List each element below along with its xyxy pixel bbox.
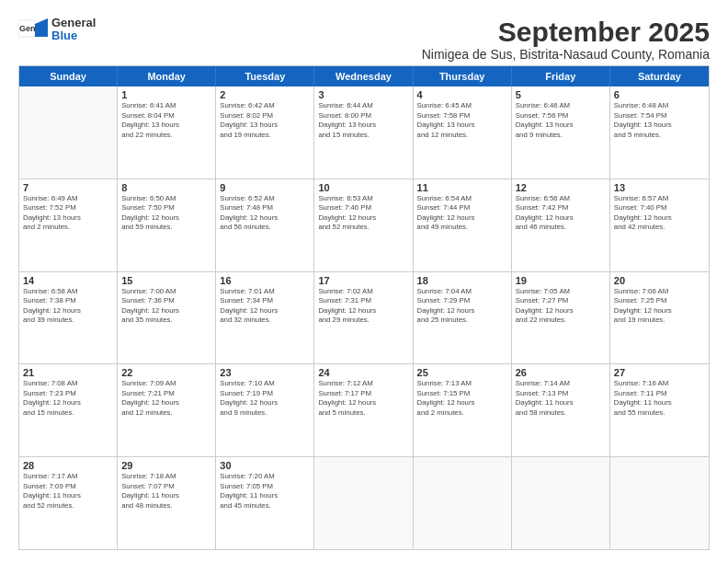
calendar-cell: 13Sunrise: 6:57 AM Sunset: 7:40 PM Dayli… <box>610 179 709 271</box>
calendar-cell: 26Sunrise: 7:14 AM Sunset: 7:13 PM Dayli… <box>512 364 610 456</box>
day-number: 9 <box>220 182 310 193</box>
header-day-thursday: Thursday <box>414 66 512 86</box>
cell-info: Sunrise: 7:00 AM Sunset: 7:36 PM Dayligh… <box>121 287 211 326</box>
day-number: 14 <box>23 275 113 286</box>
cell-info: Sunrise: 6:45 AM Sunset: 7:58 PM Dayligh… <box>417 101 507 140</box>
calendar-week-5: 28Sunrise: 7:17 AM Sunset: 7:09 PM Dayli… <box>19 457 709 550</box>
calendar-cell <box>314 457 413 549</box>
calendar-cell: 5Sunrise: 6:46 AM Sunset: 7:56 PM Daylig… <box>512 86 610 178</box>
cell-info: Sunrise: 7:12 AM Sunset: 7:17 PM Dayligh… <box>318 379 408 418</box>
header-day-monday: Monday <box>118 66 216 86</box>
day-number: 1 <box>121 89 211 100</box>
day-number: 27 <box>614 367 705 378</box>
day-number: 2 <box>220 89 310 100</box>
calendar-cell: 9Sunrise: 6:52 AM Sunset: 7:48 PM Daylig… <box>216 179 314 271</box>
day-number: 13 <box>614 182 705 193</box>
cell-info: Sunrise: 7:16 AM Sunset: 7:11 PM Dayligh… <box>614 379 705 418</box>
cell-info: Sunrise: 7:18 AM Sunset: 7:07 PM Dayligh… <box>121 472 211 511</box>
calendar-cell: 18Sunrise: 7:04 AM Sunset: 7:29 PM Dayli… <box>414 272 512 364</box>
day-number: 20 <box>614 275 705 286</box>
calendar-cell: 17Sunrise: 7:02 AM Sunset: 7:31 PM Dayli… <box>314 272 413 364</box>
calendar-cell: 1Sunrise: 6:41 AM Sunset: 8:04 PM Daylig… <box>118 86 216 178</box>
logo-icon: General <box>18 17 48 42</box>
day-number: 23 <box>220 367 310 378</box>
calendar-cell: 20Sunrise: 7:06 AM Sunset: 7:25 PM Dayli… <box>610 272 709 364</box>
cell-info: Sunrise: 6:58 AM Sunset: 7:38 PM Dayligh… <box>23 287 113 326</box>
calendar-cell: 7Sunrise: 6:49 AM Sunset: 7:52 PM Daylig… <box>19 179 118 271</box>
day-number: 18 <box>417 275 507 286</box>
day-number: 16 <box>220 275 310 286</box>
cell-info: Sunrise: 6:56 AM Sunset: 7:42 PM Dayligh… <box>516 194 606 233</box>
calendar-cell: 12Sunrise: 6:56 AM Sunset: 7:42 PM Dayli… <box>512 179 610 271</box>
calendar-week-4: 21Sunrise: 7:08 AM Sunset: 7:23 PM Dayli… <box>19 364 709 457</box>
cell-info: Sunrise: 6:46 AM Sunset: 7:56 PM Dayligh… <box>516 101 606 140</box>
cell-info: Sunrise: 6:50 AM Sunset: 7:50 PM Dayligh… <box>121 194 211 233</box>
day-number: 7 <box>23 182 113 193</box>
cell-info: Sunrise: 7:17 AM Sunset: 7:09 PM Dayligh… <box>23 472 113 511</box>
cell-info: Sunrise: 7:13 AM Sunset: 7:15 PM Dayligh… <box>417 379 507 418</box>
cell-info: Sunrise: 6:52 AM Sunset: 7:48 PM Dayligh… <box>220 194 310 233</box>
calendar-header: SundayMondayTuesdayWednesdayThursdayFrid… <box>19 66 709 86</box>
cell-info: Sunrise: 6:49 AM Sunset: 7:52 PM Dayligh… <box>23 194 113 233</box>
header-day-friday: Friday <box>512 66 610 86</box>
calendar-cell: 8Sunrise: 6:50 AM Sunset: 7:50 PM Daylig… <box>118 179 216 271</box>
calendar-cell: 24Sunrise: 7:12 AM Sunset: 7:17 PM Dayli… <box>314 364 413 456</box>
day-number: 17 <box>318 275 408 286</box>
calendar-cell: 11Sunrise: 6:54 AM Sunset: 7:44 PM Dayli… <box>414 179 512 271</box>
page-header: General General Blue September 2025 Nimi… <box>18 17 710 62</box>
cell-info: Sunrise: 7:05 AM Sunset: 7:27 PM Dayligh… <box>516 287 606 326</box>
calendar-cell <box>414 457 512 549</box>
calendar-cell: 27Sunrise: 7:16 AM Sunset: 7:11 PM Dayli… <box>610 364 709 456</box>
header-day-saturday: Saturday <box>610 66 709 86</box>
day-number: 19 <box>516 275 606 286</box>
day-number: 11 <box>417 182 507 193</box>
cell-info: Sunrise: 7:10 AM Sunset: 7:19 PM Dayligh… <box>220 379 310 418</box>
calendar-cell: 6Sunrise: 6:48 AM Sunset: 7:54 PM Daylig… <box>610 86 709 178</box>
day-number: 15 <box>121 275 211 286</box>
day-number: 5 <box>516 89 606 100</box>
cell-info: Sunrise: 6:42 AM Sunset: 8:02 PM Dayligh… <box>220 101 310 140</box>
calendar: SundayMondayTuesdayWednesdayThursdayFrid… <box>18 65 710 550</box>
calendar-body: 1Sunrise: 6:41 AM Sunset: 8:04 PM Daylig… <box>19 86 709 550</box>
day-number: 24 <box>318 367 408 378</box>
calendar-cell: 23Sunrise: 7:10 AM Sunset: 7:19 PM Dayli… <box>216 364 314 456</box>
day-number: 26 <box>516 367 606 378</box>
cell-info: Sunrise: 7:06 AM Sunset: 7:25 PM Dayligh… <box>614 287 705 326</box>
calendar-cell: 4Sunrise: 6:45 AM Sunset: 7:58 PM Daylig… <box>414 86 512 178</box>
logo-blue-text: Blue <box>51 29 96 42</box>
cell-info: Sunrise: 7:08 AM Sunset: 7:23 PM Dayligh… <box>23 379 113 418</box>
cell-info: Sunrise: 7:09 AM Sunset: 7:21 PM Dayligh… <box>121 379 211 418</box>
calendar-week-3: 14Sunrise: 6:58 AM Sunset: 7:38 PM Dayli… <box>19 272 709 365</box>
cell-info: Sunrise: 6:48 AM Sunset: 7:54 PM Dayligh… <box>614 101 705 140</box>
header-day-sunday: Sunday <box>19 66 118 86</box>
calendar-cell <box>610 457 709 549</box>
day-number: 25 <box>417 367 507 378</box>
day-number: 3 <box>318 89 408 100</box>
logo-general-text: General <box>51 17 96 29</box>
day-number: 29 <box>121 460 211 471</box>
calendar-cell: 25Sunrise: 7:13 AM Sunset: 7:15 PM Dayli… <box>414 364 512 456</box>
calendar-week-1: 1Sunrise: 6:41 AM Sunset: 8:04 PM Daylig… <box>19 86 709 179</box>
svg-marker-2 <box>35 18 48 37</box>
calendar-cell: 30Sunrise: 7:20 AM Sunset: 7:05 PM Dayli… <box>216 457 314 549</box>
calendar-cell: 22Sunrise: 7:09 AM Sunset: 7:21 PM Dayli… <box>118 364 216 456</box>
cell-info: Sunrise: 6:44 AM Sunset: 8:00 PM Dayligh… <box>318 101 408 140</box>
calendar-cell: 28Sunrise: 7:17 AM Sunset: 7:09 PM Dayli… <box>19 457 118 549</box>
calendar-cell: 15Sunrise: 7:00 AM Sunset: 7:36 PM Dayli… <box>118 272 216 364</box>
page-subtitle: Nimigea de Sus, Bistrita-Nasaud County, … <box>422 47 710 62</box>
calendar-cell <box>19 86 118 178</box>
cell-info: Sunrise: 7:01 AM Sunset: 7:34 PM Dayligh… <box>220 287 310 326</box>
calendar-cell: 3Sunrise: 6:44 AM Sunset: 8:00 PM Daylig… <box>314 86 413 178</box>
cell-info: Sunrise: 6:54 AM Sunset: 7:44 PM Dayligh… <box>417 194 507 233</box>
cell-info: Sunrise: 7:20 AM Sunset: 7:05 PM Dayligh… <box>220 472 310 511</box>
calendar-cell: 10Sunrise: 6:53 AM Sunset: 7:46 PM Dayli… <box>314 179 413 271</box>
title-block: September 2025 Nimigea de Sus, Bistrita-… <box>422 17 710 62</box>
calendar-cell: 14Sunrise: 6:58 AM Sunset: 7:38 PM Dayli… <box>19 272 118 364</box>
cell-info: Sunrise: 7:14 AM Sunset: 7:13 PM Dayligh… <box>516 379 606 418</box>
day-number: 21 <box>23 367 113 378</box>
day-number: 6 <box>614 89 705 100</box>
calendar-cell: 29Sunrise: 7:18 AM Sunset: 7:07 PM Dayli… <box>118 457 216 549</box>
page-title: September 2025 <box>422 17 710 47</box>
calendar-cell: 2Sunrise: 6:42 AM Sunset: 8:02 PM Daylig… <box>216 86 314 178</box>
day-number: 30 <box>220 460 310 471</box>
